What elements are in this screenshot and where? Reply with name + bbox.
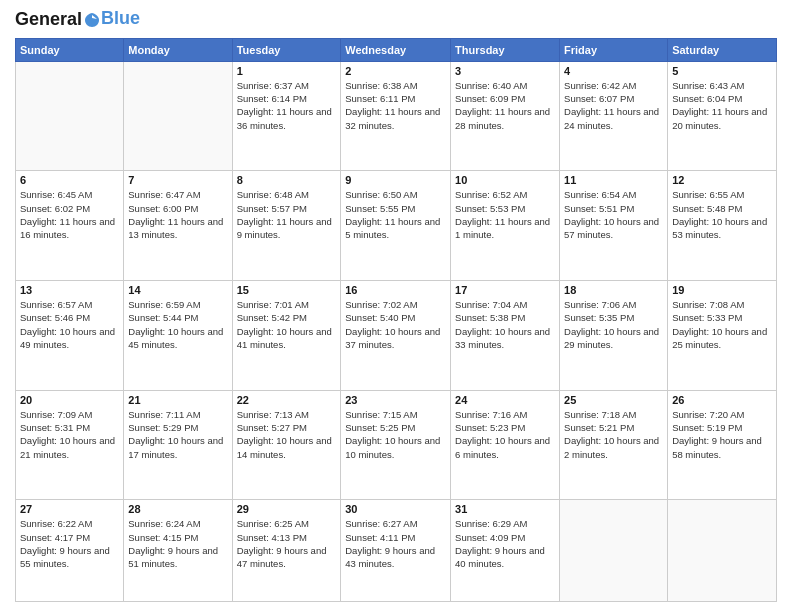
day-cell: 20Sunrise: 7:09 AMSunset: 5:31 PMDayligh… [16,390,124,500]
day-cell: 25Sunrise: 7:18 AMSunset: 5:21 PMDayligh… [560,390,668,500]
day-detail: Sunrise: 6:45 AMSunset: 6:02 PMDaylight:… [20,188,119,241]
logo-bird-icon [83,11,101,29]
day-cell: 18Sunrise: 7:06 AMSunset: 5:35 PMDayligh… [560,281,668,391]
day-detail: Sunrise: 7:16 AMSunset: 5:23 PMDaylight:… [455,408,555,461]
day-detail: Sunrise: 7:18 AMSunset: 5:21 PMDaylight:… [564,408,663,461]
day-detail: Sunrise: 7:13 AMSunset: 5:27 PMDaylight:… [237,408,337,461]
day-number: 13 [20,284,119,296]
day-number: 20 [20,394,119,406]
day-number: 3 [455,65,555,77]
day-detail: Sunrise: 6:40 AMSunset: 6:09 PMDaylight:… [455,79,555,132]
weekday-friday: Friday [560,38,668,61]
day-cell: 26Sunrise: 7:20 AMSunset: 5:19 PMDayligh… [668,390,777,500]
day-detail: Sunrise: 7:04 AMSunset: 5:38 PMDaylight:… [455,298,555,351]
day-number: 17 [455,284,555,296]
day-cell: 2Sunrise: 6:38 AMSunset: 6:11 PMDaylight… [341,61,451,171]
day-detail: Sunrise: 7:08 AMSunset: 5:33 PMDaylight:… [672,298,772,351]
day-cell: 17Sunrise: 7:04 AMSunset: 5:38 PMDayligh… [451,281,560,391]
day-cell: 4Sunrise: 6:42 AMSunset: 6:07 PMDaylight… [560,61,668,171]
day-number: 15 [237,284,337,296]
day-cell: 7Sunrise: 6:47 AMSunset: 6:00 PMDaylight… [124,171,232,281]
day-cell: 5Sunrise: 6:43 AMSunset: 6:04 PMDaylight… [668,61,777,171]
day-cell: 9Sunrise: 6:50 AMSunset: 5:55 PMDaylight… [341,171,451,281]
day-number: 6 [20,174,119,186]
day-cell: 8Sunrise: 6:48 AMSunset: 5:57 PMDaylight… [232,171,341,281]
logo-text: General [15,10,101,30]
day-cell: 12Sunrise: 6:55 AMSunset: 5:48 PMDayligh… [668,171,777,281]
day-cell: 11Sunrise: 6:54 AMSunset: 5:51 PMDayligh… [560,171,668,281]
logo: General Blue [15,10,140,30]
day-cell: 28Sunrise: 6:24 AMSunset: 4:15 PMDayligh… [124,500,232,602]
day-cell: 29Sunrise: 6:25 AMSunset: 4:13 PMDayligh… [232,500,341,602]
header: General Blue [15,10,777,30]
day-number: 5 [672,65,772,77]
day-cell: 30Sunrise: 6:27 AMSunset: 4:11 PMDayligh… [341,500,451,602]
day-number: 11 [564,174,663,186]
day-cell [16,61,124,171]
logo-blue-text: Blue [101,9,140,29]
day-cell [124,61,232,171]
day-number: 22 [237,394,337,406]
day-detail: Sunrise: 6:57 AMSunset: 5:46 PMDaylight:… [20,298,119,351]
day-cell: 31Sunrise: 6:29 AMSunset: 4:09 PMDayligh… [451,500,560,602]
day-number: 4 [564,65,663,77]
day-number: 1 [237,65,337,77]
day-number: 8 [237,174,337,186]
day-cell: 10Sunrise: 6:52 AMSunset: 5:53 PMDayligh… [451,171,560,281]
day-detail: Sunrise: 6:38 AMSunset: 6:11 PMDaylight:… [345,79,446,132]
weekday-tuesday: Tuesday [232,38,341,61]
day-detail: Sunrise: 7:02 AMSunset: 5:40 PMDaylight:… [345,298,446,351]
day-detail: Sunrise: 7:20 AMSunset: 5:19 PMDaylight:… [672,408,772,461]
week-row-0: 1Sunrise: 6:37 AMSunset: 6:14 PMDaylight… [16,61,777,171]
day-detail: Sunrise: 6:22 AMSunset: 4:17 PMDaylight:… [20,517,119,570]
day-detail: Sunrise: 6:48 AMSunset: 5:57 PMDaylight:… [237,188,337,241]
day-number: 10 [455,174,555,186]
day-detail: Sunrise: 7:15 AMSunset: 5:25 PMDaylight:… [345,408,446,461]
day-detail: Sunrise: 6:27 AMSunset: 4:11 PMDaylight:… [345,517,446,570]
day-number: 30 [345,503,446,515]
week-row-2: 13Sunrise: 6:57 AMSunset: 5:46 PMDayligh… [16,281,777,391]
day-number: 19 [672,284,772,296]
day-detail: Sunrise: 6:50 AMSunset: 5:55 PMDaylight:… [345,188,446,241]
day-detail: Sunrise: 6:47 AMSunset: 6:00 PMDaylight:… [128,188,227,241]
day-number: 21 [128,394,227,406]
day-cell: 3Sunrise: 6:40 AMSunset: 6:09 PMDaylight… [451,61,560,171]
day-detail: Sunrise: 6:24 AMSunset: 4:15 PMDaylight:… [128,517,227,570]
weekday-sunday: Sunday [16,38,124,61]
week-row-1: 6Sunrise: 6:45 AMSunset: 6:02 PMDaylight… [16,171,777,281]
day-cell [668,500,777,602]
day-cell: 22Sunrise: 7:13 AMSunset: 5:27 PMDayligh… [232,390,341,500]
day-number: 12 [672,174,772,186]
day-detail: Sunrise: 7:01 AMSunset: 5:42 PMDaylight:… [237,298,337,351]
day-number: 9 [345,174,446,186]
day-number: 25 [564,394,663,406]
day-cell: 23Sunrise: 7:15 AMSunset: 5:25 PMDayligh… [341,390,451,500]
day-detail: Sunrise: 6:43 AMSunset: 6:04 PMDaylight:… [672,79,772,132]
day-detail: Sunrise: 6:54 AMSunset: 5:51 PMDaylight:… [564,188,663,241]
day-number: 2 [345,65,446,77]
weekday-header-row: SundayMondayTuesdayWednesdayThursdayFrid… [16,38,777,61]
day-number: 7 [128,174,227,186]
weekday-monday: Monday [124,38,232,61]
day-number: 23 [345,394,446,406]
day-detail: Sunrise: 7:06 AMSunset: 5:35 PMDaylight:… [564,298,663,351]
day-cell: 6Sunrise: 6:45 AMSunset: 6:02 PMDaylight… [16,171,124,281]
day-cell: 27Sunrise: 6:22 AMSunset: 4:17 PMDayligh… [16,500,124,602]
day-detail: Sunrise: 7:09 AMSunset: 5:31 PMDaylight:… [20,408,119,461]
day-number: 18 [564,284,663,296]
weekday-wednesday: Wednesday [341,38,451,61]
day-detail: Sunrise: 6:42 AMSunset: 6:07 PMDaylight:… [564,79,663,132]
day-cell: 15Sunrise: 7:01 AMSunset: 5:42 PMDayligh… [232,281,341,391]
day-detail: Sunrise: 6:52 AMSunset: 5:53 PMDaylight:… [455,188,555,241]
day-number: 28 [128,503,227,515]
day-number: 26 [672,394,772,406]
day-number: 14 [128,284,227,296]
day-cell [560,500,668,602]
day-detail: Sunrise: 6:37 AMSunset: 6:14 PMDaylight:… [237,79,337,132]
weekday-thursday: Thursday [451,38,560,61]
week-row-4: 27Sunrise: 6:22 AMSunset: 4:17 PMDayligh… [16,500,777,602]
day-detail: Sunrise: 7:11 AMSunset: 5:29 PMDaylight:… [128,408,227,461]
day-detail: Sunrise: 6:55 AMSunset: 5:48 PMDaylight:… [672,188,772,241]
day-cell: 16Sunrise: 7:02 AMSunset: 5:40 PMDayligh… [341,281,451,391]
calendar: SundayMondayTuesdayWednesdayThursdayFrid… [15,38,777,602]
